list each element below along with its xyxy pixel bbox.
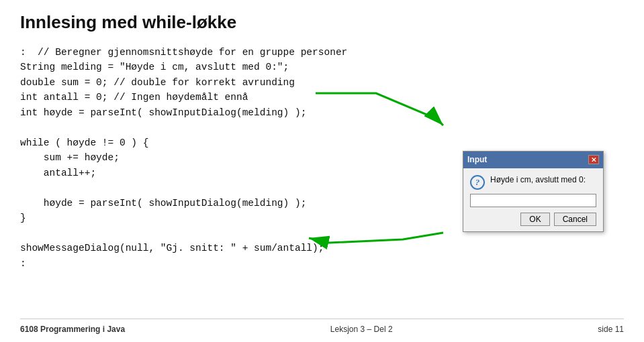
page-container: Innlesing med while-løkke : // Beregner … xyxy=(0,0,644,342)
code-line-5: int høyde = parseInt( showInputDialog(me… xyxy=(20,105,624,120)
dialog-ok-button[interactable]: OK xyxy=(520,213,549,226)
dialog-input-field[interactable] xyxy=(470,194,596,207)
dialog-titlebar: Input ✕ xyxy=(463,152,603,168)
dialog-cancel-button[interactable]: Cancel xyxy=(554,213,596,226)
dialog-prompt-text: Høyde i cm, avslutt med 0: xyxy=(490,175,586,186)
code-line-14: showMessageDialog(null, "Gj. snitt: " + … xyxy=(20,241,624,255)
code-area: : // Beregner gjennomsnittshøyde for en … xyxy=(20,45,624,319)
dialog-body: ? Høyde i cm, avslutt med 0: OK Cancel xyxy=(463,168,603,231)
dialog-close-button[interactable]: ✕ xyxy=(588,155,599,164)
code-line-3: double sum = 0; // double for korrekt av… xyxy=(20,75,624,90)
code-line-2: String melding = "Høyde i cm, avslutt me… xyxy=(20,60,624,74)
code-line-1: : // Beregner gjennomsnittshøyde for en … xyxy=(20,45,624,60)
page-footer: 6108 Programmering i Java Leksjon 3 – De… xyxy=(20,319,624,334)
footer-course: 6108 Programmering i Java xyxy=(20,325,125,334)
dialog-buttons: OK Cancel xyxy=(470,213,596,226)
code-line-7: while ( høyde != 0 ) { xyxy=(20,135,624,150)
dialog-message-row: ? Høyde i cm, avslutt med 0: xyxy=(470,175,596,190)
page-title: Innlesing med while-løkke xyxy=(20,12,624,33)
code-line-15: : xyxy=(20,256,624,271)
footer-page: side 11 xyxy=(598,325,624,334)
dialog-title: Input xyxy=(467,154,487,166)
code-line-6 xyxy=(20,120,624,135)
input-dialog: Input ✕ ? Høyde i cm, avslutt med 0: OK … xyxy=(463,151,604,232)
code-line-4: int antall = 0; // Ingen høydemålt ennå xyxy=(20,90,624,105)
footer-lesson: Leksjon 3 – Del 2 xyxy=(330,325,393,334)
dialog-question-icon: ? xyxy=(470,175,485,190)
